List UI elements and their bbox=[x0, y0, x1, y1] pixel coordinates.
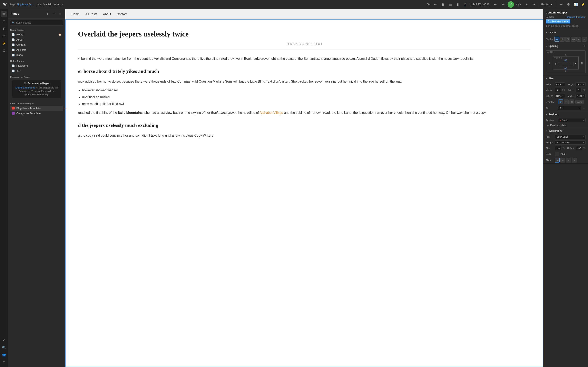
sidebar-item-home[interactable]: 📄 Home 🏠 bbox=[10, 32, 63, 37]
overflow-clip-icon[interactable]: ▨ bbox=[569, 100, 574, 104]
publish-check-icon[interactable]: ✓ bbox=[1, 337, 7, 343]
fit-more-icon[interactable]: ⋯ bbox=[583, 107, 586, 110]
font-dropdown[interactable]: Open Sans ▾ bbox=[555, 135, 586, 139]
tablet-landscape-icon[interactable]: ▬ bbox=[447, 1, 454, 8]
redo-icon[interactable]: ↪ bbox=[500, 1, 506, 8]
tablet-portrait-icon[interactable]: ▮ bbox=[454, 1, 461, 8]
undo-icon[interactable]: ↩ bbox=[492, 1, 499, 8]
block-display-icon[interactable]: ▬ bbox=[554, 37, 559, 42]
grid-3-display-icon[interactable]: ⊟ bbox=[565, 37, 570, 42]
save-button[interactable]: ✓ bbox=[508, 1, 514, 8]
share-icon[interactable]: ↗ bbox=[523, 1, 530, 8]
code-icon[interactable]: </> bbox=[515, 1, 522, 8]
nav-item-home[interactable]: Home bbox=[71, 12, 80, 16]
inheriting-link[interactable]: Inheriting 1 selector bbox=[566, 16, 586, 18]
logic-icon[interactable]: ⬡ bbox=[1, 47, 7, 54]
width-dropdown[interactable]: Auto ▾ bbox=[555, 82, 565, 86]
canvas-main: Home All Posts About Contact Overlaid th… bbox=[65, 9, 543, 367]
weight-dropdown[interactable]: 400 · Normal ▾ bbox=[555, 141, 586, 145]
float-clear-row[interactable]: ▶ Float and clear bbox=[543, 123, 588, 128]
help-icon[interactable]: ? bbox=[1, 359, 7, 365]
components-icon[interactable]: ⊞ bbox=[1, 18, 7, 25]
layout-section-header[interactable]: Layout bbox=[543, 29, 588, 35]
page-link[interactable]: Blog Posts Te... bbox=[17, 3, 34, 6]
ai-icon[interactable]: ✦ bbox=[531, 1, 537, 8]
sidebar-item-blog-posts[interactable]: Blog Posts Template ← bbox=[10, 106, 63, 111]
enable-ecommerce-link[interactable]: Enable Ecommerce bbox=[16, 86, 35, 89]
pages-icon[interactable]: ☰ bbox=[1, 11, 7, 17]
cms-icon[interactable]: 🗃 bbox=[1, 33, 7, 39]
color-swatch[interactable] bbox=[555, 152, 559, 156]
sidebar-item-password[interactable]: 📄 Password bbox=[10, 63, 63, 68]
text-display-icon[interactable]: A bbox=[576, 37, 581, 42]
flex-display-icon[interactable]: ⟺ bbox=[571, 37, 576, 42]
custom-display-icon[interactable]: ✏ bbox=[582, 37, 587, 42]
sidebar-item-about[interactable]: 📄 About bbox=[10, 37, 63, 42]
publish-button[interactable]: Publish ▾ bbox=[539, 2, 555, 7]
spacing-header[interactable]: Spacing ⊞ bbox=[543, 43, 588, 49]
align-right-icon[interactable]: ≡ bbox=[566, 158, 571, 162]
sidebar-item-contact[interactable]: 📄 Contact bbox=[10, 42, 63, 47]
padding-top-input[interactable] bbox=[563, 59, 569, 61]
lightning-icon[interactable]: ⚡ bbox=[580, 1, 586, 8]
max-w-dropdown[interactable]: None ▾ bbox=[555, 94, 565, 98]
padding-left-input[interactable] bbox=[554, 63, 558, 66]
overflow-visible-icon[interactable]: 👁 bbox=[558, 100, 563, 104]
min-w-input[interactable]: 0 bbox=[555, 88, 561, 92]
close-sidebar-button[interactable]: ✕ bbox=[57, 11, 63, 16]
analytics-icon[interactable]: 📊 bbox=[572, 1, 579, 8]
nav-item-all-posts[interactable]: All Posts bbox=[85, 12, 97, 16]
sidebar-item-all-posts[interactable]: 📄 All posts bbox=[10, 47, 63, 52]
margin-right-input[interactable] bbox=[579, 62, 585, 64]
align-justify-icon[interactable]: ≡ bbox=[572, 158, 577, 162]
max-h-dropdown[interactable]: None ▾ bbox=[575, 94, 586, 98]
settings-icon[interactable]: ⚙ bbox=[565, 1, 572, 8]
import-page-button[interactable]: ⬆ bbox=[45, 11, 51, 16]
eye-icon[interactable]: 👁 bbox=[425, 1, 432, 8]
interactions-icon[interactable]: ⚡ bbox=[1, 40, 7, 47]
chevron-down-icon: ▾ bbox=[567, 20, 568, 23]
desktop-icon[interactable]: 🖥 bbox=[440, 1, 446, 8]
nav-item-contact[interactable]: Contact bbox=[117, 12, 127, 16]
grid-2-display-icon[interactable]: ⊞ bbox=[560, 37, 565, 42]
mobile-icon[interactable]: 📱 bbox=[462, 1, 468, 8]
overflow-pen-icon[interactable]: ✏ bbox=[564, 100, 569, 104]
overflow-auto-button[interactable]: Auto bbox=[575, 100, 584, 104]
align-center-icon[interactable]: ≡ bbox=[561, 158, 565, 162]
more-options-icon[interactable]: ⋯ bbox=[432, 1, 439, 8]
item-link[interactable]: Overlaid the je... bbox=[43, 3, 61, 6]
item-dropdown-arrow[interactable]: ▾ bbox=[62, 3, 63, 6]
team-icon[interactable]: 👥 bbox=[1, 351, 7, 358]
margin-bottom-input[interactable] bbox=[563, 70, 569, 72]
alphabet-village-link[interactable]: Alphabet Village bbox=[259, 111, 283, 114]
element-label: Content Wrapper bbox=[546, 11, 586, 14]
selector-badge[interactable]: Content Wrapper ▾ bbox=[546, 19, 570, 24]
position-header[interactable]: Position bbox=[543, 111, 588, 117]
min-w-label: Min W bbox=[546, 89, 554, 91]
height-dropdown[interactable]: Auto ▾ bbox=[575, 82, 586, 86]
position-dropdown[interactable]: ✕ Static ▾ bbox=[558, 118, 586, 122]
margin-left-input[interactable] bbox=[547, 62, 552, 64]
size-header[interactable]: Size bbox=[543, 75, 588, 82]
sidebar-item-categories[interactable]: Categories Template bbox=[10, 111, 63, 116]
line-height-input[interactable] bbox=[576, 146, 582, 150]
font-size-input[interactable] bbox=[555, 146, 562, 150]
margin-top-input[interactable] bbox=[563, 54, 569, 56]
search-input[interactable] bbox=[10, 20, 63, 25]
nav-item-about[interactable]: About bbox=[103, 12, 111, 16]
align-left-icon[interactable]: ≡ bbox=[555, 158, 560, 162]
font-size-unit: PX bbox=[562, 147, 565, 150]
add-page-button[interactable]: + bbox=[51, 11, 57, 16]
typography-header[interactable]: Typography bbox=[543, 128, 588, 134]
assets-icon[interactable]: ◧ bbox=[1, 25, 7, 32]
search-canvas-icon[interactable]: 🔍 bbox=[1, 344, 7, 351]
padding-right-input[interactable] bbox=[573, 63, 578, 66]
fit-dropdown[interactable]: Fill ▾ bbox=[558, 106, 581, 110]
typography-title: Typography bbox=[546, 129, 562, 132]
style-icon[interactable]: ✏ bbox=[558, 1, 564, 8]
sidebar-item-icons[interactable]: 📄 Icons bbox=[10, 52, 63, 58]
min-h-input[interactable]: 0 bbox=[576, 88, 582, 92]
padding-bottom-input[interactable] bbox=[563, 67, 569, 69]
spacing-more-icon[interactable]: ⊞ bbox=[584, 45, 586, 48]
sidebar-item-404[interactable]: 📄 404 bbox=[10, 68, 63, 73]
